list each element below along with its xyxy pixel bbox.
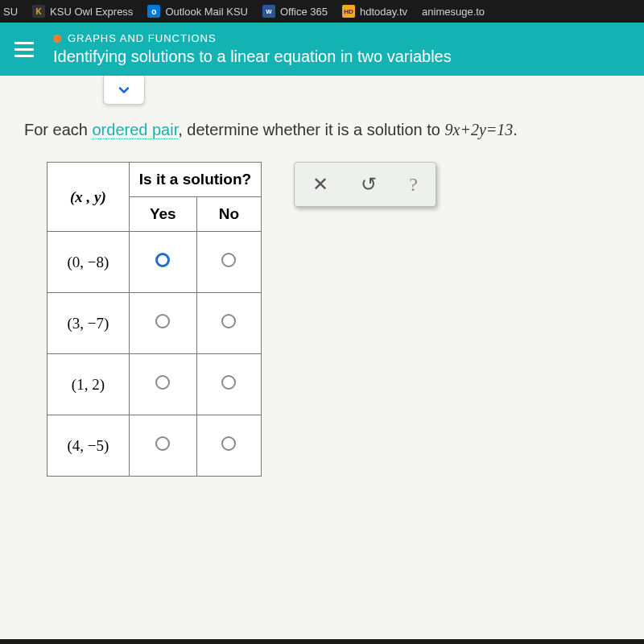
- pair-cell: (0, −8): [47, 232, 130, 293]
- header-text: GRAPHS AND FUNCTIONS Identifying solutio…: [53, 32, 452, 66]
- bookmarks-bar: SU K KSU Owl Express o Outlook Mail KSU …: [0, 0, 644, 23]
- table-row: (3, −7): [47, 293, 262, 354]
- ordered-pair-link[interactable]: ordered pair: [92, 121, 178, 139]
- radio-yes-1[interactable]: [155, 315, 170, 332]
- header-no: No: [196, 197, 262, 232]
- bookmark-label: KSU Owl Express: [50, 6, 133, 18]
- equation: 9x+2y=13: [445, 121, 514, 138]
- lesson-header: GRAPHS AND FUNCTIONS Identifying solutio…: [0, 23, 644, 76]
- expand-tab[interactable]: [103, 76, 145, 105]
- bookmark-label: animesuge.to: [422, 6, 485, 18]
- ksu-favicon: K: [32, 5, 45, 18]
- bookmark-label: Outlook Mail KSU: [165, 6, 248, 18]
- bookmark-animesuge[interactable]: animesuge.to: [422, 6, 485, 18]
- bookmark-hdtoday[interactable]: HD hdtoday.tv: [342, 5, 407, 18]
- radio-no-2[interactable]: [221, 376, 236, 393]
- table-row: (1, 2): [47, 354, 262, 415]
- question-prefix: For each: [24, 121, 92, 138]
- question-suffix: .: [513, 121, 518, 138]
- bookmark-outlook[interactable]: o Outlook Mail KSU: [147, 5, 248, 18]
- bookmark-su[interactable]: SU: [3, 6, 18, 18]
- question-area: For each ordered pair, determine whether…: [0, 76, 644, 493]
- header-xy: (x , y): [47, 163, 130, 232]
- help-button[interactable]: ?: [409, 174, 418, 196]
- header-yes: Yes: [129, 197, 196, 232]
- section-name: GRAPHS AND FUNCTIONS: [68, 32, 217, 44]
- bookmark-label: SU: [3, 6, 18, 18]
- bookmark-label: Office 365: [280, 6, 328, 18]
- radio-yes-3[interactable]: [155, 437, 170, 454]
- question-text: For each ordered pair, determine whether…: [24, 121, 620, 139]
- close-button[interactable]: ✕: [312, 173, 328, 196]
- pair-cell: (1, 2): [47, 354, 130, 415]
- solution-table: (x , y) Is it a solution? Yes No (0, −8)…: [47, 162, 262, 477]
- section-dot-icon: [53, 35, 61, 43]
- bookmark-office365[interactable]: w Office 365: [262, 5, 328, 18]
- table-row: (4, −5): [47, 415, 262, 477]
- header-solution: Is it a solution?: [129, 163, 261, 197]
- pair-cell: (4, −5): [47, 415, 130, 477]
- radio-no-0[interactable]: [221, 254, 236, 270]
- reset-button[interactable]: ↺: [361, 173, 377, 196]
- radio-yes-2[interactable]: [155, 376, 170, 393]
- bookmark-label: hdtoday.tv: [360, 6, 407, 18]
- menu-icon[interactable]: [14, 42, 34, 57]
- radio-yes-0[interactable]: [155, 254, 170, 270]
- chevron-down-icon: [116, 82, 132, 98]
- pair-cell: (3, −7): [47, 293, 130, 354]
- radio-no-3[interactable]: [221, 437, 236, 454]
- bookmark-ksu-owl[interactable]: K KSU Owl Express: [32, 5, 133, 18]
- outlook-favicon: o: [147, 5, 160, 18]
- table-row: (0, −8): [47, 232, 262, 293]
- lesson-title: Identifying solutions to a linear equati…: [53, 47, 452, 66]
- hd-favicon: HD: [342, 5, 355, 18]
- question-middle: , determine whether it is a solution to: [178, 121, 444, 138]
- section-label: GRAPHS AND FUNCTIONS: [53, 32, 452, 44]
- office-favicon: w: [262, 5, 275, 18]
- radio-no-1[interactable]: [221, 315, 236, 332]
- content-panel: For each ordered pair, determine whether…: [0, 76, 644, 639]
- tool-panel: ✕ ↺ ?: [294, 162, 436, 207]
